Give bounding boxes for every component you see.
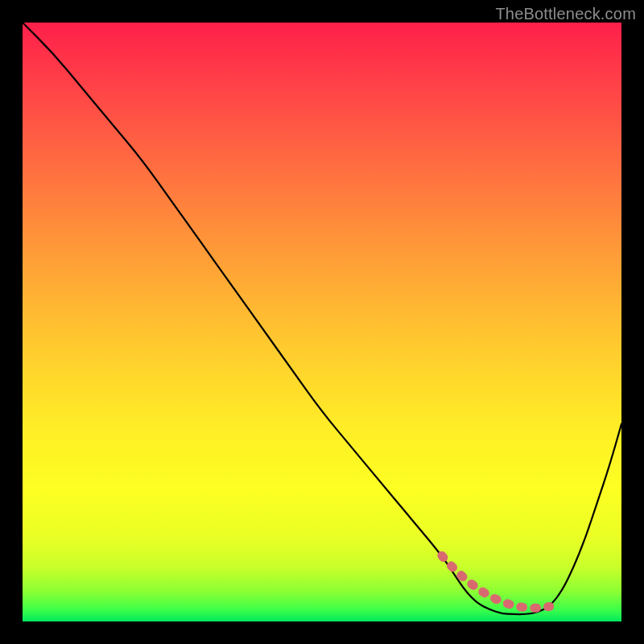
watermark-text: TheBottleneck.com: [495, 5, 636, 23]
bottleneck-curve: [23, 23, 621, 614]
flat-minimum-marker: [442, 555, 550, 608]
curve-layer: [23, 23, 621, 621]
outer-black-frame: TheBottleneck.com: [0, 0, 644, 644]
plot-area: [23, 23, 621, 621]
